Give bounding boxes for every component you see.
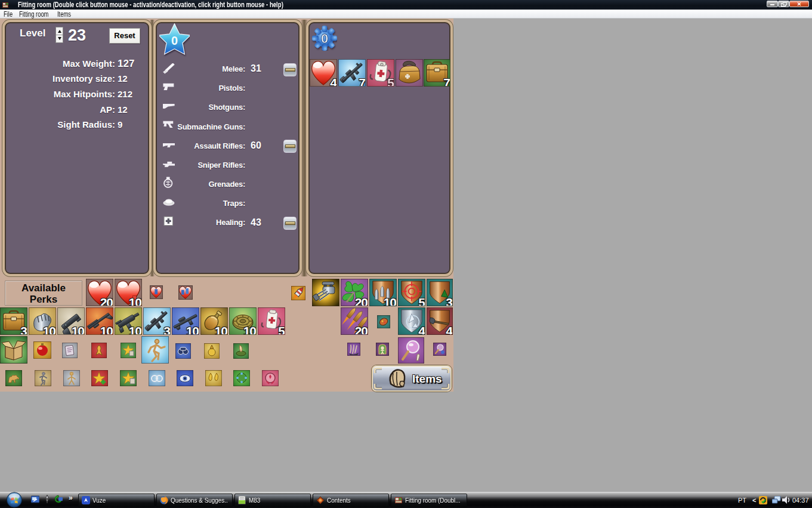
svg-text:0: 0	[321, 31, 328, 46]
svg-text:0: 0	[171, 34, 178, 47]
